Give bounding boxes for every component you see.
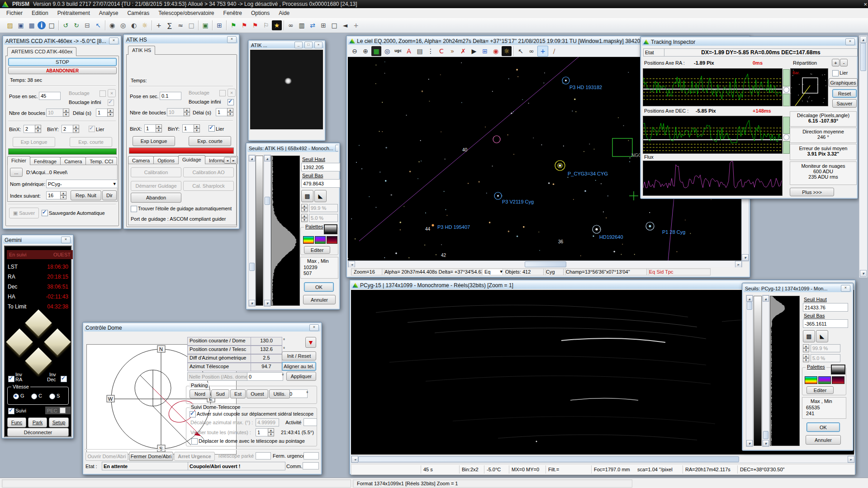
reset-button[interactable]: Reset [832, 89, 857, 98]
stop-flag-icon[interactable]: ⚑ [239, 20, 249, 30]
bouclage-x-button[interactable]: × [228, 89, 236, 97]
deplacer-checkbox[interactable] [191, 438, 198, 445]
graphiques-button[interactable]: Graphiques [829, 78, 858, 87]
dec-gain-bar-up[interactable] [783, 117, 790, 134]
seuil-haut-label[interactable]: Seuil Haut [302, 156, 325, 162]
dec-gain-radio[interactable] [783, 134, 789, 140]
delai-spinner[interactable]: ▲▼ [107, 109, 114, 117]
palettes-label[interactable]: Palettes [304, 224, 325, 229]
annuler-button[interactable]: Annuler [806, 435, 841, 445]
seuil-bas-label[interactable]: Seuil Bas [804, 313, 825, 318]
index-spinner[interactable]: ▲▼ [60, 191, 66, 199]
exp-courte-button[interactable]: Exp. courte [189, 136, 231, 146]
bouclage-infini-checkbox[interactable] [108, 99, 114, 106]
speed-g-radio[interactable] [13, 393, 19, 399]
guide-camera-image[interactable] [250, 50, 323, 129]
zoom-minus-button[interactable]: - [840, 59, 848, 66]
bouclage-x-button[interactable]: × [108, 89, 116, 97]
palette-heat-swatch[interactable] [327, 236, 337, 244]
palette-gray-swatch[interactable] [831, 365, 845, 374]
slew-east-button[interactable] [44, 328, 71, 355]
pose-input[interactable]: 0.1 [160, 92, 181, 100]
ok-button[interactable]: OK [304, 282, 334, 292]
binx-spinner[interactable]: ▲▼ [35, 125, 41, 133]
parking-azimuth-input[interactable]: 0 [288, 389, 308, 398]
calibration-ao-button[interactable]: Calibration AO [183, 167, 234, 177]
sauvegarde-auto-checkbox[interactable] [42, 210, 48, 216]
center-crosshair-icon[interactable]: + [537, 46, 548, 57]
menu-pr-traitement[interactable]: Prétraitement [53, 9, 95, 18]
bouclage-checkbox[interactable] [219, 90, 226, 96]
palette-spectrum-swatch[interactable] [315, 236, 326, 244]
curve-fit-icon[interactable]: ≈ [175, 20, 185, 30]
func-button[interactable]: Func [7, 417, 26, 427]
plus-button[interactable]: Plus >>> [790, 188, 834, 196]
verifier-spinner[interactable]: ▲▼ [268, 428, 274, 436]
seuil-bas-input[interactable]: -365.1611 [803, 319, 848, 328]
speaker-icon[interactable]: ◄ [340, 20, 350, 30]
parking-est-button[interactable]: Est [230, 389, 246, 398]
appliquer-button[interactable]: Appliquer [286, 372, 316, 381]
camera-settings-icon[interactable]: ◐ [129, 20, 139, 30]
palette-rainbow-swatch[interactable] [303, 236, 314, 244]
monitor-icon[interactable]: □ [329, 20, 339, 30]
arret-urgence-button[interactable]: Arret Urgence [174, 452, 215, 461]
abandon-button[interactable]: Abandon [131, 193, 181, 203]
nbre-spinner[interactable]: ▲▼ [63, 109, 69, 117]
app-titlebar[interactable]: PRiSM Version 9.0.3 build 2717 27/07/201… [0, 0, 868, 8]
setup-button[interactable]: Setup [49, 417, 69, 427]
exp-longue-button[interactable]: Exp Longue [13, 137, 55, 147]
observatory-icon[interactable]: ☼ [140, 20, 150, 30]
lier-checkbox[interactable] [89, 126, 95, 132]
menu-analyse[interactable]: Analyse [95, 9, 123, 18]
binx-spinner[interactable]: ▲▼ [156, 124, 162, 133]
park-button[interactable]: Park [28, 417, 47, 427]
parking-utilis-button[interactable]: Utilis. [269, 389, 290, 398]
speed-s-radio[interactable] [49, 393, 55, 399]
tabs-right-icon[interactable]: ► [230, 157, 237, 164]
close-icon[interactable]: × [841, 285, 850, 292]
atikhs-tab[interactable]: ATIK HS [128, 46, 155, 55]
measure-ruler-icon[interactable]: ∕ [549, 46, 559, 56]
parking-sud-button[interactable]: Sud [211, 389, 229, 398]
rotate-field-icon[interactable]: C [436, 46, 446, 56]
annuler-button[interactable]: Annuler [303, 295, 336, 304]
binoculars-icon[interactable]: ∞ [286, 20, 296, 30]
nbre-spinner[interactable]: ▲▼ [184, 108, 190, 116]
info-icon[interactable]: i [38, 21, 46, 29]
pct-haut-spinner[interactable]: ▲▼ [803, 344, 809, 352]
close-icon[interactable]: × [227, 36, 237, 43]
redo-icon[interactable]: ↻ [71, 20, 81, 30]
annotate-icon[interactable]: A [404, 46, 414, 56]
seuil-bas-scrollbar[interactable]: ▲▼ [762, 295, 769, 447]
starmap-icon[interactable]: ★ [272, 20, 282, 30]
ra-gain-bar-up[interactable] [783, 69, 790, 86]
slew-north-button[interactable] [25, 309, 52, 336]
seuil-bas-label[interactable]: Seuil Bas [302, 173, 323, 178]
ra-gain-radio[interactable] [783, 87, 789, 93]
menu-telescope-observatoire[interactable]: Telescope/observatoire [154, 9, 218, 18]
maximize-icon[interactable]: □ [304, 42, 313, 48]
ra-gain-bar-down[interactable] [783, 94, 790, 106]
editer-button[interactable]: Editer [806, 386, 834, 394]
globe-icon[interactable]: ◎ [382, 46, 392, 56]
inv-ra-checkbox[interactable] [8, 376, 14, 382]
atikhs-titlebar[interactable]: ATIK HS× [125, 36, 238, 43]
seuil-bas-scrollbar[interactable]: ▲▼ [264, 155, 271, 307]
pointer-icon[interactable]: ↖ [516, 46, 526, 56]
ok-button[interactable]: OK [806, 422, 840, 432]
inv-dec-checkbox[interactable] [61, 376, 67, 382]
menu-aide[interactable]: Aide [274, 9, 294, 18]
parking-ouest-button[interactable]: Ouest [247, 389, 268, 398]
parking-nord-button[interactable]: Nord [190, 389, 210, 398]
dec-gain-bar-down[interactable] [783, 141, 790, 154]
close-icon[interactable]: × [314, 42, 323, 48]
linear-scale-button[interactable]: ◣ [816, 330, 828, 342]
exp-longue-button[interactable]: Exp Longue [133, 136, 175, 146]
dome-titlebar[interactable]: Contrôle Dome× [84, 324, 320, 332]
palettes-label[interactable]: Palettes [806, 364, 826, 370]
aligner-button[interactable]: Aligner au tel. [282, 362, 316, 371]
sauver-button[interactable]: Sauver [832, 99, 857, 108]
pct-bas-spinner[interactable]: ▲▼ [803, 354, 809, 362]
run-flag-icon[interactable]: ⚑ [228, 20, 238, 30]
